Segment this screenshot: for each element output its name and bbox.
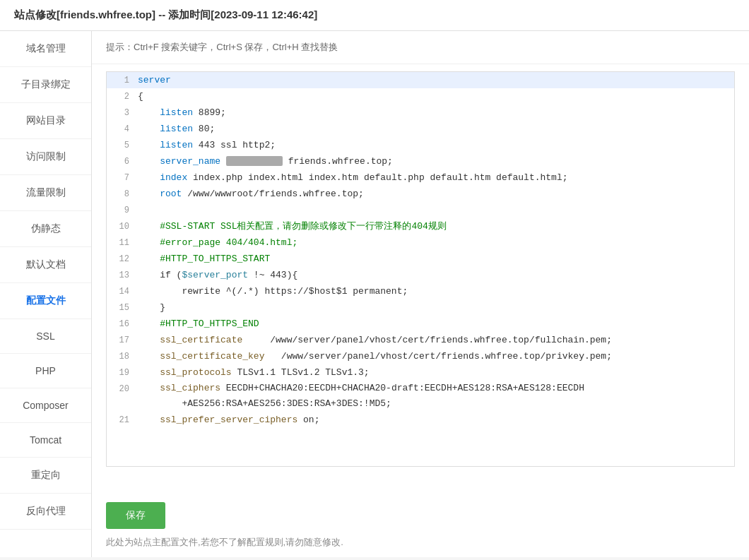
line-number: 13 [107, 267, 135, 283]
code-line-12: 12 #HTTP_TO_HTTPS_START [107, 251, 734, 267]
sidebar-item-subdir[interactable]: 子目录绑定 [0, 67, 91, 103]
code-line-20: 20 ssl_ciphers EECDH+CHACHA20:EECDH+CHAC… [107, 381, 734, 412]
sidebar-item-composer[interactable]: Composer [0, 388, 91, 423]
code-line-7: 7 index index.php index.html index.htm d… [107, 169, 734, 186]
line-content: listen 80; [135, 121, 734, 137]
line-number: 8 [107, 186, 135, 202]
code-line-2: 2 { [107, 88, 734, 105]
save-button[interactable]: 保存 [106, 502, 165, 529]
sidebar-item-php[interactable]: PHP [0, 354, 91, 388]
line-content: ssl_certificate_key /www/server/panel/vh… [135, 348, 734, 364]
line-content: if ($server_port !~ 443){ [135, 267, 734, 283]
line-content: #HTTP_TO_HTTPS_START [135, 251, 734, 267]
editor-wrapper: 1 server 2 { 3 listen 8899; 4 [92, 64, 749, 494]
page-title: 站点修改[friends.whfree.top] -- 添加时间[2023-09… [0, 0, 749, 31]
code-line-13: 13 if ($server_port !~ 443){ [107, 267, 734, 283]
line-number: 19 [107, 364, 135, 381]
line-number: 3 [107, 105, 135, 121]
line-number: 21 [107, 412, 135, 428]
code-line-15: 15 } [107, 299, 734, 316]
line-content: ssl_ciphers EECDH+CHACHA20:EECDH+CHACHA2… [135, 381, 734, 412]
code-line-19: 19 ssl_protocols TLSv1.1 TLSv1.2 TLSv1.3… [107, 364, 734, 381]
sidebar-item-access[interactable]: 访问限制 [0, 139, 91, 175]
sidebar-item-pseudostatic[interactable]: 伪静态 [0, 211, 91, 247]
content-area: 提示：Ctrl+F 搜索关键字，Ctrl+S 保存，Ctrl+H 查找替换 1 … [92, 31, 749, 557]
code-editor[interactable]: 1 server 2 { 3 listen 8899; 4 [106, 71, 735, 467]
sidebar-item-webdir[interactable]: 网站目录 [0, 103, 91, 139]
save-area: 保存 此处为站点主配置文件,若您不了解配置规则,请勿随意修改. [92, 494, 749, 557]
sidebar-item-redirect[interactable]: 重定向 [0, 458, 91, 494]
sidebar-item-domain[interactable]: 域名管理 [0, 31, 91, 67]
line-number: 10 [107, 218, 135, 234]
line-number: 17 [107, 332, 135, 348]
line-content: #HTTP_TO_HTTPS_END [135, 316, 734, 332]
line-number: 20 [107, 381, 135, 412]
footer-note: 此处为站点主配置文件,若您不了解配置规则,请勿随意修改. [106, 536, 735, 549]
code-line-6: 6 server_name friends.whfree.top; [107, 153, 734, 169]
line-number: 4 [107, 121, 135, 137]
sidebar-item-traffic[interactable]: 流量限制 [0, 175, 91, 211]
code-line-9: 9 [107, 202, 734, 218]
line-content: ssl_certificate /www/server/panel/vhost/… [135, 332, 734, 348]
code-line-17: 17 ssl_certificate /www/server/panel/vho… [107, 332, 734, 348]
line-content: rewrite ^(/.*) https://$host$1 permanent… [135, 283, 734, 299]
line-content: server_name friends.whfree.top; [135, 153, 734, 169]
line-number: 18 [107, 348, 135, 364]
line-number: 16 [107, 316, 135, 332]
line-content: listen 443 ssl http2; [135, 137, 734, 153]
line-number: 12 [107, 251, 135, 267]
code-line-3: 3 listen 8899; [107, 105, 734, 121]
hint-bar: 提示：Ctrl+F 搜索关键字，Ctrl+S 保存，Ctrl+H 查找替换 [92, 31, 749, 64]
line-number: 15 [107, 299, 135, 316]
line-content: #error_page 404/404.html; [135, 234, 734, 251]
line-content: index index.php index.html index.htm def… [135, 169, 734, 186]
line-content: #SSL-START SSL相关配置，请勿删除或修改下一行带注释的404规则 [135, 218, 734, 234]
line-content: listen 8899; [135, 105, 734, 121]
sidebar-item-reverseproxy[interactable]: 反向代理 [0, 494, 91, 530]
line-content: ssl_protocols TLSv1.1 TLSv1.2 TLSv1.3; [135, 364, 734, 381]
line-content [135, 202, 734, 218]
line-number: 1 [107, 72, 135, 88]
line-number: 5 [107, 137, 135, 153]
code-line-18: 18 ssl_certificate_key /www/server/panel… [107, 348, 734, 364]
sidebar-item-defaultdoc[interactable]: 默认文档 [0, 247, 91, 283]
code-line-4: 4 listen 80; [107, 121, 734, 137]
line-content: ssl_prefer_server_ciphers on; [135, 412, 734, 428]
code-line-8: 8 root /www/wwwroot/friends.whfree.top; [107, 186, 734, 202]
line-number: 2 [107, 88, 135, 105]
line-number: 9 [107, 202, 135, 218]
code-line-16: 16 #HTTP_TO_HTTPS_END [107, 316, 734, 332]
sidebar-item-config[interactable]: 配置文件 [0, 283, 91, 319]
line-number: 14 [107, 283, 135, 299]
sidebar-item-tomcat[interactable]: Tomcat [0, 423, 91, 458]
code-line-1: 1 server [107, 72, 734, 88]
code-line-21: 21 ssl_prefer_server_ciphers on; [107, 412, 734, 428]
line-content: } [135, 299, 734, 316]
code-table: 1 server 2 { 3 listen 8899; 4 [107, 72, 734, 428]
line-number: 7 [107, 169, 135, 186]
sidebar: 域名管理 子目录绑定 网站目录 访问限制 流量限制 伪静态 默认文档 配置文件 … [0, 31, 92, 557]
line-content: server [135, 72, 734, 88]
sidebar-item-ssl[interactable]: SSL [0, 319, 91, 354]
line-content: root /www/wwwroot/friends.whfree.top; [135, 186, 734, 202]
line-number: 11 [107, 234, 135, 251]
code-line-14: 14 rewrite ^(/.*) https://$host$1 perman… [107, 283, 734, 299]
code-line-11: 11 #error_page 404/404.html; [107, 234, 734, 251]
code-line-10: 10 #SSL-START SSL相关配置，请勿删除或修改下一行带注释的404规… [107, 218, 734, 234]
code-line-5: 5 listen 443 ssl http2; [107, 137, 734, 153]
line-number: 6 [107, 153, 135, 169]
line-content: { [135, 88, 734, 105]
